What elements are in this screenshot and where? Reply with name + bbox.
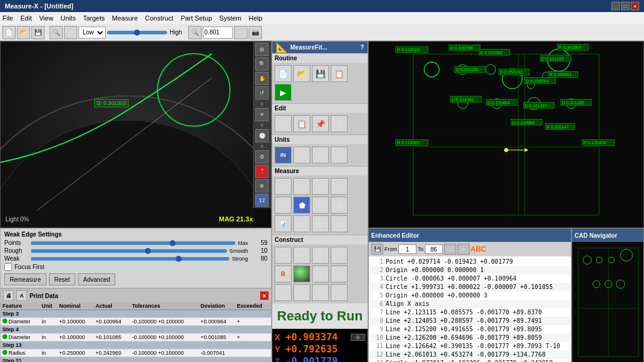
construct-sphere-button[interactable] [293, 265, 310, 282]
zoom-in-button[interactable]: 🔍 [49, 26, 63, 39]
menu-construct[interactable]: Construct [145, 14, 173, 22]
measure-arc-button[interactable]: ◠ [331, 178, 348, 195]
pd-font-button[interactable]: A [16, 290, 27, 301]
menu-partsetup[interactable]: Part Setup [180, 14, 212, 22]
list-item: 12Line +2.061013 +0.453274 -0.001779 +13… [370, 351, 570, 359]
routine-open-button[interactable]: 📂 [293, 65, 310, 82]
construct-link-button[interactable]: ⛓ [293, 284, 310, 301]
settings-button[interactable]: ⚙ [234, 26, 247, 39]
save-button[interactable]: 💾 [31, 26, 45, 39]
edit-copy-button[interactable]: 📋 [293, 115, 310, 132]
menu-view[interactable]: View [39, 14, 54, 22]
from-input[interactable] [398, 244, 416, 254]
minimize-button[interactable]: _ [611, 2, 620, 10]
weak-label: Weak [4, 255, 28, 262]
xyz-display: X +0.903374 ⊕ Y +0.792635 Z -0.001779 [272, 329, 368, 362]
construct-parallel-button[interactable]: ∥ [312, 247, 329, 264]
vt-fit-button[interactable]: ⊞ [255, 43, 269, 56]
construct-r-button[interactable]: R [275, 265, 292, 282]
measurefit-help-button[interactable]: ? [360, 44, 364, 51]
ee-format-button[interactable]: Aa [444, 244, 456, 255]
menu-file[interactable]: File [2, 14, 13, 22]
pd-close-button[interactable]: × [260, 291, 269, 300]
col-nominal: Nominal [57, 302, 94, 310]
cad-navigator-content[interactable] [572, 242, 643, 362]
open-button[interactable]: 📂 [17, 26, 30, 39]
construct-intersect-button[interactable]: ⊕ [275, 247, 292, 264]
routine-saveas-button[interactable]: 📋 [331, 65, 348, 82]
vt-rotate-button[interactable]: ↺ [255, 86, 269, 100]
routine-new-button[interactable]: 📄 [275, 65, 292, 82]
routine-section: 📄 📂 💾 📋 ▶ [272, 63, 368, 103]
construct-cylinder-button[interactable]: ▬ [331, 265, 348, 282]
low-dropdown[interactable]: Low [78, 27, 106, 39]
list-item: 2Origin +0.000000 0.000000 1 [370, 266, 570, 275]
edit-cut-button[interactable]: ✂ [275, 115, 292, 132]
units-rad-button[interactable]: rad [331, 147, 348, 164]
menu-targets[interactable]: Targets [83, 14, 104, 22]
to-input[interactable] [425, 244, 443, 254]
menu-units[interactable]: Units [60, 14, 75, 22]
routine-run-button[interactable]: ▶ [275, 84, 292, 101]
new-button[interactable]: 📄 [2, 26, 16, 39]
measure-bar-chart-button[interactable]: 📊 [275, 215, 292, 232]
enhanced-editor-content[interactable]: 1Point +0.029714 -0.019423 +0.001779 2Or… [369, 256, 571, 362]
measure-blob-button[interactable]: ⬟ [293, 197, 310, 214]
vt-zoom-button[interactable]: 🔍 [255, 57, 269, 71]
measure-square-button[interactable]: ■ [312, 215, 329, 232]
edit-paste-button[interactable]: 📌 [312, 115, 329, 132]
menu-help[interactable]: Help [249, 14, 263, 22]
vt-reticle-button[interactable]: ⊕ [255, 179, 269, 192]
measure-diamond-button[interactable]: ◆ [331, 197, 348, 214]
vt-settings-button[interactable]: ⚙ [255, 150, 269, 164]
construct-midpoint-button[interactable]: ⊗ [293, 247, 310, 264]
construct-cone-button[interactable]: ▼ [312, 265, 329, 282]
measure-cross-button[interactable]: + [312, 197, 329, 214]
reset-button[interactable]: Reset [49, 273, 75, 285]
menu-measure[interactable]: Measure [112, 14, 138, 22]
edit-delete-button[interactable]: 🗑 [331, 115, 348, 132]
search-button[interactable]: 🔍 [188, 26, 202, 39]
vt-pin-button[interactable]: 📍 [255, 165, 269, 178]
units-deg-button[interactable]: ° [312, 147, 329, 164]
construct-align-button[interactable]: ↔ [331, 284, 348, 301]
xyz-side-button[interactable]: ⊕ [351, 334, 365, 341]
value-input[interactable] [203, 27, 233, 39]
brightness-slider[interactable] [107, 31, 167, 34]
measure-point-button[interactable]: • [275, 178, 292, 195]
rough-value: 10 [250, 247, 267, 254]
close-button[interactable]: × [631, 2, 639, 10]
menu-system[interactable]: System [219, 14, 241, 22]
remeasure-button[interactable]: Remeasure [4, 273, 46, 285]
measure-circle-button[interactable]: ○ [312, 178, 329, 195]
focus-first-checkbox[interactable] [4, 263, 12, 271]
routine-save-button[interactable]: 💾 [312, 65, 329, 82]
points-slider[interactable] [31, 241, 235, 245]
weak-slider[interactable] [31, 257, 229, 261]
ee-save-button[interactable]: 💾 [371, 244, 383, 255]
units-in-button[interactable]: IN [275, 147, 292, 164]
units-mm-button[interactable]: MM [293, 147, 310, 164]
measure-donut-button[interactable]: ◎ [293, 215, 310, 232]
camera-button[interactable]: 📷 [249, 26, 262, 39]
maximize-button[interactable]: □ [621, 2, 630, 10]
rough-slider[interactable] [31, 249, 227, 253]
measure-line-button[interactable]: ╱ [293, 178, 310, 195]
weak-value: 80 [250, 255, 267, 262]
vt-clock-button[interactable]: 🕐 [255, 129, 269, 142]
construct-4pt-button[interactable]: ⋱ [275, 284, 292, 301]
vt-brightness-button[interactable]: ☀ [255, 108, 269, 121]
menu-edit[interactable]: Edit [21, 14, 32, 22]
ee-bold-button[interactable]: A [457, 244, 470, 255]
measure-triangle-button[interactable]: ▲ [331, 215, 348, 232]
zoom-fit-button[interactable]: ⊞ [64, 26, 77, 39]
advanced-button[interactable]: Advanced [78, 273, 115, 285]
measure-rect-button[interactable]: □ [275, 197, 292, 214]
construct-plane-button[interactable]: ◰ [312, 284, 329, 301]
cad-navigator-title: CAD Navigator [575, 232, 617, 239]
z-label: Z [275, 357, 284, 363]
vt-num-button[interactable]: 12 [255, 194, 269, 207]
pd-print-button[interactable]: 🖨 [3, 290, 14, 301]
construct-perp-button[interactable]: ⊥ [331, 247, 348, 264]
vt-pan-button[interactable]: ✋ [255, 72, 269, 85]
